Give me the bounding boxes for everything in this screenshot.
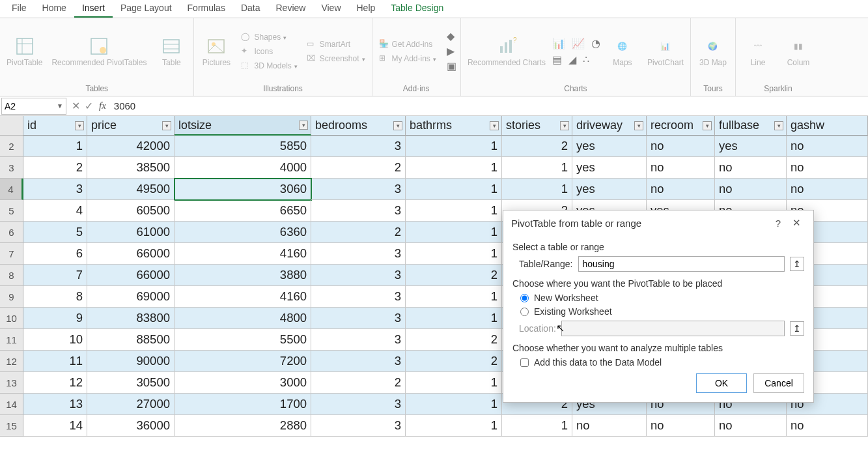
- cell-lotsize[interactable]: 3000: [175, 372, 311, 394]
- cell-price[interactable]: 38500: [87, 157, 175, 179]
- row-number[interactable]: 15: [0, 415, 23, 437]
- cell-gashw[interactable]: no: [787, 415, 868, 437]
- row-number[interactable]: 13: [0, 372, 23, 394]
- row-number[interactable]: 9: [0, 286, 23, 308]
- 3dmodels-button[interactable]: ⬚3D Models: [238, 59, 300, 72]
- cell-bathrms[interactable]: 1: [406, 372, 502, 394]
- cell-bedrooms[interactable]: 3: [311, 329, 406, 351]
- formula-bar[interactable]: 3060: [110, 100, 868, 111]
- cell-bathrms[interactable]: 1: [406, 286, 502, 308]
- col-header-stories[interactable]: stories: [502, 116, 572, 136]
- menu-tab-insert[interactable]: Insert: [74, 0, 113, 18]
- cell-id[interactable]: 1: [23, 136, 87, 157]
- menu-tab-home[interactable]: Home: [35, 0, 74, 18]
- icons-button[interactable]: ✦Icons: [238, 45, 300, 58]
- cell-lotsize[interactable]: 6360: [175, 222, 311, 243]
- cell-price[interactable]: 83800: [87, 308, 175, 329]
- select-all-corner[interactable]: [0, 116, 23, 136]
- row-number[interactable]: 12: [0, 351, 23, 372]
- cell-stories[interactable]: 1: [502, 415, 572, 437]
- dialog-titlebar[interactable]: PivotTable from table or range ? ✕: [503, 210, 813, 235]
- menu-tab-review[interactable]: Review: [268, 0, 314, 18]
- existing-worksheet-radio[interactable]: [520, 308, 529, 316]
- cell-fullbase[interactable]: no: [715, 179, 787, 200]
- cell-price[interactable]: 36000: [87, 415, 175, 437]
- cell-lotsize[interactable]: 1700: [175, 394, 311, 415]
- cell-lotsize[interactable]: 3060: [175, 179, 311, 200]
- cell-id[interactable]: 14: [23, 415, 87, 437]
- recommended-charts-button[interactable]: ? Recommended Charts: [465, 35, 548, 68]
- cell-driveway[interactable]: no: [572, 415, 647, 437]
- row-number[interactable]: 10: [0, 308, 23, 329]
- cell-bedrooms[interactable]: 3: [311, 265, 406, 286]
- row-number[interactable]: 2: [0, 136, 23, 157]
- cell-id[interactable]: 6: [23, 243, 87, 265]
- menu-tab-help[interactable]: Help: [349, 0, 384, 18]
- new-worksheet-radio[interactable]: [520, 294, 529, 302]
- maps-button[interactable]: 🌐 Maps: [604, 35, 641, 68]
- cell-bedrooms[interactable]: 3: [311, 136, 406, 157]
- cell-lotsize[interactable]: 4000: [175, 157, 311, 179]
- cell-bathrms[interactable]: 1: [406, 157, 502, 179]
- scatter-chart-icon[interactable]: ∴: [583, 53, 589, 66]
- cell-id[interactable]: 5: [23, 222, 87, 243]
- smartart-button[interactable]: ▭SmartArt: [304, 38, 368, 51]
- name-box[interactable]: A2 ▼: [1, 98, 66, 115]
- cell-fullbase[interactable]: no: [715, 157, 787, 179]
- cell-bedrooms[interactable]: 2: [311, 372, 406, 394]
- cell-bathrms[interactable]: 2: [406, 265, 502, 286]
- cell-driveway[interactable]: yes: [572, 157, 647, 179]
- cell-bedrooms[interactable]: 3: [311, 308, 406, 329]
- col-header-price[interactable]: price: [87, 116, 175, 136]
- cell-id[interactable]: 8: [23, 286, 87, 308]
- cell-lotsize[interactable]: 2880: [175, 415, 311, 437]
- col-header-fullbase[interactable]: fullbase: [715, 116, 787, 136]
- range-picker-icon[interactable]: ↥: [790, 321, 804, 336]
- cell-bathrms[interactable]: 1: [406, 394, 502, 415]
- area-chart-icon[interactable]: ◢: [568, 53, 576, 66]
- menu-tab-formulas[interactable]: Formulas: [180, 0, 233, 18]
- pie-chart-icon[interactable]: ◔: [591, 37, 600, 50]
- cell-price[interactable]: 42000: [87, 136, 175, 157]
- cell-bedrooms[interactable]: 3: [311, 243, 406, 265]
- cell-bathrms[interactable]: 1: [406, 136, 502, 157]
- menu-tab-page-layout[interactable]: Page Layout: [113, 0, 180, 18]
- cell-bedrooms[interactable]: 3: [311, 351, 406, 372]
- 3dmap-button[interactable]: 🌍 3D Map: [695, 35, 731, 68]
- cell-bathrms[interactable]: 2: [406, 329, 502, 351]
- close-icon[interactable]: ✕: [787, 217, 805, 229]
- cell-lotsize[interactable]: 4800: [175, 308, 311, 329]
- table-button[interactable]: Table: [153, 35, 189, 68]
- cell-id[interactable]: 10: [23, 329, 87, 351]
- table-range-input[interactable]: [578, 256, 785, 272]
- cell-lotsize[interactable]: 3880: [175, 265, 311, 286]
- cell-id[interactable]: 13: [23, 394, 87, 415]
- filter-icon[interactable]: [703, 121, 712, 130]
- row-number[interactable]: 7: [0, 243, 23, 265]
- cell-price[interactable]: 66000: [87, 243, 175, 265]
- cancel-button[interactable]: Cancel: [753, 373, 804, 393]
- cell-price[interactable]: 90000: [87, 351, 175, 372]
- cell-id[interactable]: 12: [23, 372, 87, 394]
- col-header-driveway[interactable]: driveway: [572, 116, 647, 136]
- cell-id[interactable]: 3: [23, 179, 87, 200]
- cell-bedrooms[interactable]: 2: [311, 157, 406, 179]
- bing-icon[interactable]: ◆: [447, 30, 456, 42]
- cell-bedrooms[interactable]: 2: [311, 222, 406, 243]
- cell-price[interactable]: 27000: [87, 394, 175, 415]
- pictures-button[interactable]: Pictures: [198, 35, 234, 68]
- cell-gashw[interactable]: no: [787, 157, 868, 179]
- fx-icon[interactable]: fx: [99, 100, 106, 111]
- cell-bathrms[interactable]: 1: [406, 415, 502, 437]
- cell-bedrooms[interactable]: 3: [311, 415, 406, 437]
- cell-fullbase[interactable]: yes: [715, 136, 787, 157]
- row-number[interactable]: 3: [0, 157, 23, 179]
- ok-button[interactable]: OK: [696, 373, 747, 393]
- filter-icon[interactable]: [299, 121, 308, 130]
- cell-recroom[interactable]: no: [647, 415, 715, 437]
- chevron-down-icon[interactable]: ▼: [57, 102, 63, 109]
- cell-lotsize[interactable]: 5850: [175, 136, 311, 157]
- cell-bedrooms[interactable]: 3: [311, 200, 406, 222]
- cell-price[interactable]: 69000: [87, 286, 175, 308]
- cell-price[interactable]: 30500: [87, 372, 175, 394]
